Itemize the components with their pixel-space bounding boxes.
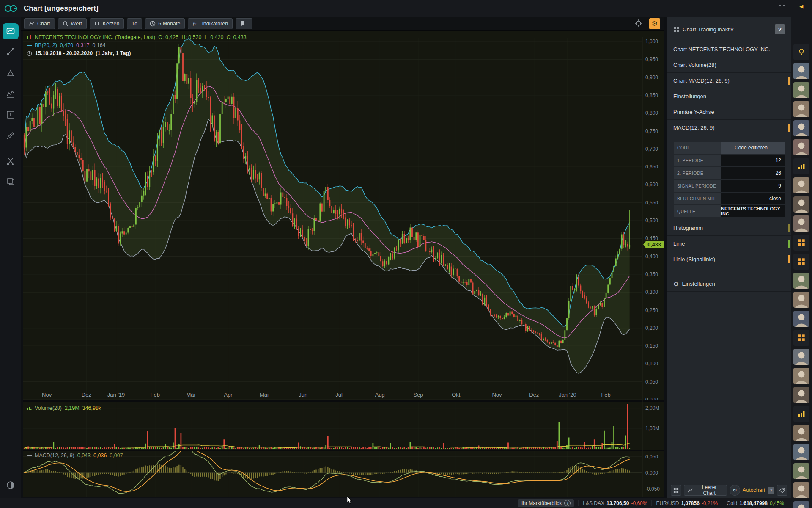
svg-text:Apr: Apr [224, 392, 233, 398]
expert-grid-tile[interactable] [793, 330, 809, 346]
gear-icon[interactable]: ⚙ [649, 18, 660, 29]
shapes-tool-button[interactable] [6, 69, 15, 78]
collapse-strip-icon[interactable]: ◀ [799, 3, 803, 9]
refresh-button[interactable]: ↻ [730, 485, 740, 496]
chart-type-button[interactable]: Chart [24, 18, 55, 29]
chart-grid-button[interactable] [671, 485, 681, 496]
svg-text:0,200: 0,200 [645, 325, 658, 331]
line-swatch-icon [27, 454, 32, 457]
ticker-l-s-dax[interactable]: L&S DAX13.706,50-0,60% [578, 500, 651, 506]
templates-button[interactable] [6, 177, 15, 186]
bookmark-button[interactable] [236, 18, 252, 29]
panel-row-chart-macd[interactable]: Chart MACD(12, 26, 9) [667, 73, 791, 88]
autochart-link[interactable]: Autochart [743, 487, 765, 493]
expert-avatar[interactable] [793, 444, 809, 460]
panel-row-signal-line[interactable]: Linie (Signallinie) [667, 251, 791, 267]
svg-text:Dez: Dez [529, 392, 539, 398]
expert-avatar[interactable] [793, 501, 809, 508]
panel-row-macd-indicator[interactable]: MACD(12, 26, 9) [667, 120, 791, 135]
tag-button[interactable] [777, 485, 787, 496]
instrument-search-button[interactable]: Wert [58, 18, 87, 29]
expert-avatar[interactable] [793, 177, 809, 193]
expert-avatar[interactable] [793, 387, 809, 403]
candle-style-button[interactable]: Kerzen [90, 18, 124, 29]
setting-label-code: CODE [674, 142, 721, 154]
expand-icon[interactable] [777, 4, 787, 13]
row-label: Linie (Signallinie) [673, 256, 715, 262]
expert-grid-tile[interactable] [793, 235, 809, 251]
autochart-help-button[interactable]: ? [768, 487, 774, 494]
setting-value-signal-periode[interactable]: 9 [721, 180, 785, 192]
expert-avatar[interactable] [793, 425, 809, 441]
crosshair-icon[interactable] [634, 19, 643, 28]
svg-text:0,850: 0,850 [645, 92, 658, 98]
svg-text:fx: fx [193, 21, 196, 26]
ticker-eur-usd[interactable]: EUR/USD1,07856-0,21% [651, 500, 721, 506]
setting-value-2-periode[interactable]: 26 [721, 167, 785, 179]
expert-chart-tile[interactable] [793, 406, 809, 422]
svg-text:Aug: Aug [375, 392, 385, 398]
panel-row-einstellungen[interactable]: Einstellungen [667, 88, 791, 104]
setting-value-1-periode[interactable]: 12 [721, 155, 785, 166]
svg-text:0,250: 0,250 [645, 307, 658, 313]
text-tool-button[interactable] [6, 110, 15, 119]
expert-avatar[interactable] [793, 463, 809, 479]
indicator-tool-button[interactable] [6, 89, 15, 99]
setting-value-quelle[interactable]: NETCENTS TECHNOLOGY INC. [721, 205, 785, 217]
expert-avatar[interactable] [793, 311, 809, 327]
expert-avatar[interactable] [793, 101, 809, 117]
expert-avatar[interactable] [793, 139, 809, 155]
panel-row-chart-volume[interactable]: Chart Volume(28) [667, 57, 791, 73]
tools-button[interactable] [6, 156, 15, 166]
help-button[interactable]: ? [775, 24, 785, 34]
series-style-list: Histogramm Linie Linie (Signallinie) [667, 220, 791, 267]
setting-value-code[interactable]: Code editieren [721, 142, 785, 154]
svg-text:Jan '20: Jan '20 [559, 392, 576, 398]
empty-chart-button[interactable]: Leerer Chart [684, 485, 727, 496]
svg-text:0,050: 0,050 [645, 454, 658, 460]
expert-avatar[interactable] [793, 120, 809, 136]
panel-row-chart-symbol[interactable]: Chart NETCENTS TECHNOLOGY INC. [667, 41, 791, 57]
trendline-tool-button[interactable] [6, 47, 15, 56]
panel-settings-row[interactable]: ⚙ Einstellungen [667, 276, 791, 292]
interval-button[interactable]: 1d [127, 18, 142, 29]
macd-legend: MACD(12, 26, 9) 0,043 0,036 0,007 [27, 453, 123, 458]
expert-avatar[interactable] [793, 63, 809, 79]
expert-avatar[interactable] [793, 368, 809, 384]
timeframe-button[interactable]: 6 Monate [145, 18, 185, 29]
panel-row-histogram[interactable]: Histogramm [667, 220, 791, 236]
app-logo[interactable] [4, 3, 17, 14]
screenshot-tool-button[interactable] [3, 23, 19, 39]
contrast-toggle-button[interactable] [6, 480, 15, 490]
edit-tool-button[interactable] [6, 131, 15, 140]
zigzag-chart-icon [6, 89, 15, 99]
expert-avatar[interactable] [793, 196, 809, 213]
expert-avatar[interactable] [793, 273, 809, 289]
indicators-button[interactable]: fx Indikatoren [188, 18, 233, 29]
market-overview-button[interactable]: Ihr Marktüberblick i [518, 499, 574, 507]
grid-icon [673, 26, 679, 32]
expert-strip: ◀ [791, 0, 812, 508]
price-chart[interactable]: 0,0000,0500,1000,1500,2000,2500,3000,350… [23, 31, 664, 498]
expert-avatar[interactable] [793, 82, 809, 98]
chart-region[interactable]: 0,0000,0500,1000,1500,2000,2500,3000,350… [23, 31, 664, 497]
panel-row-primary-y-axis[interactable]: Primäre Y-Achse [667, 104, 791, 120]
left-toolbar [0, 17, 21, 498]
bookmark-icon [240, 21, 245, 27]
expert-lightbulb-tile[interactable] [793, 44, 809, 60]
svg-text:0,350: 0,350 [645, 271, 658, 277]
expert-avatar[interactable] [793, 349, 809, 365]
expert-avatar[interactable] [793, 482, 809, 498]
text-columns-icon [6, 110, 15, 119]
setting-row-signal-periode: SIGNAL PERIODE9 [674, 180, 785, 192]
expert-chart-tile[interactable] [793, 158, 809, 174]
svg-text:Okt: Okt [452, 392, 461, 398]
setting-value-berechnen-mit[interactable]: close [721, 193, 785, 204]
expert-avatar[interactable] [793, 215, 809, 232]
panel-row-line[interactable]: Linie [667, 236, 791, 251]
expert-grid-tile[interactable] [793, 254, 809, 270]
expert-avatar[interactable] [793, 292, 809, 308]
svg-text:0,750: 0,750 [645, 128, 658, 134]
ticker-gold[interactable]: Gold1.618,479980,45% [722, 500, 788, 506]
line-swatch-icon [27, 44, 32, 47]
